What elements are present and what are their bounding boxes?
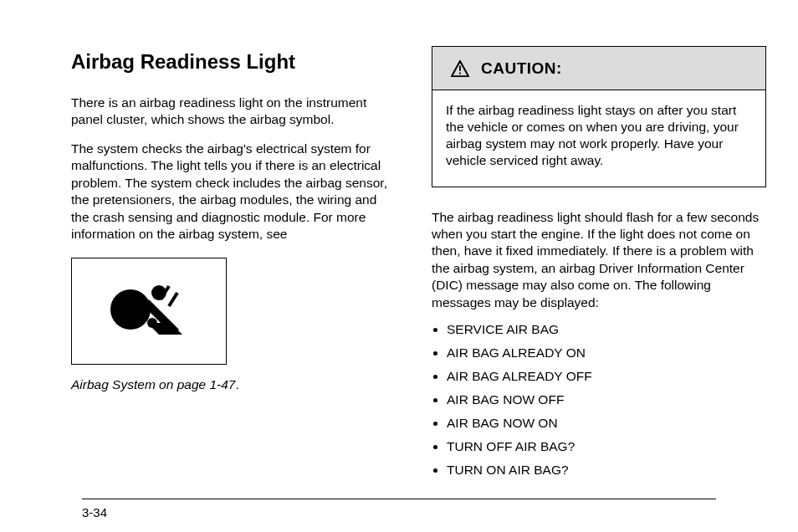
list-item: TURN ON AIR BAG?	[447, 460, 766, 480]
warning-triangle-icon	[451, 60, 469, 77]
caution-label: CAUTION:	[481, 59, 562, 78]
list-item: AIR BAG NOW ON	[447, 413, 766, 433]
list-item: AIR BAG ALREADY ON	[447, 343, 766, 363]
cross-reference: Airbag System on page 1-47.	[71, 376, 389, 393]
caution-box: CAUTION: If the airbag readiness light s…	[432, 46, 766, 187]
cross-reference-suffix: .	[235, 377, 238, 391]
list-item: AIR BAG ALREADY OFF	[447, 366, 766, 386]
cross-reference-title: Airbag System on page 1-47	[71, 377, 235, 391]
airbag-symbol-figure	[71, 258, 227, 365]
caution-body: If the airbag readiness light stays on a…	[432, 90, 765, 187]
svg-line-4	[169, 293, 177, 306]
list-item: TURN OFF AIR BAG?	[447, 437, 766, 457]
caution-header: CAUTION:	[432, 47, 765, 90]
list-item: SERVICE AIR BAG	[447, 320, 766, 340]
body-paragraph: The airbag readiness light should flash …	[432, 209, 766, 312]
svg-rect-8	[459, 65, 461, 70]
section-title: Airbag Readiness Light	[71, 50, 389, 74]
svg-point-0	[110, 289, 151, 330]
footer-rule	[82, 499, 716, 499]
message-list: SERVICE AIR BAG AIR BAG ALREADY ON AIR B…	[432, 320, 766, 480]
page-number: 3-34	[82, 505, 107, 519]
svg-point-6	[147, 318, 157, 328]
svg-rect-9	[459, 72, 461, 74]
airbag-icon	[99, 276, 199, 346]
body-paragraph: There is an airbag readiness light on th…	[71, 95, 389, 129]
list-item: AIR BAG NOW OFF	[447, 390, 766, 410]
body-paragraph: The system checks the airbag's electrica…	[71, 141, 389, 243]
